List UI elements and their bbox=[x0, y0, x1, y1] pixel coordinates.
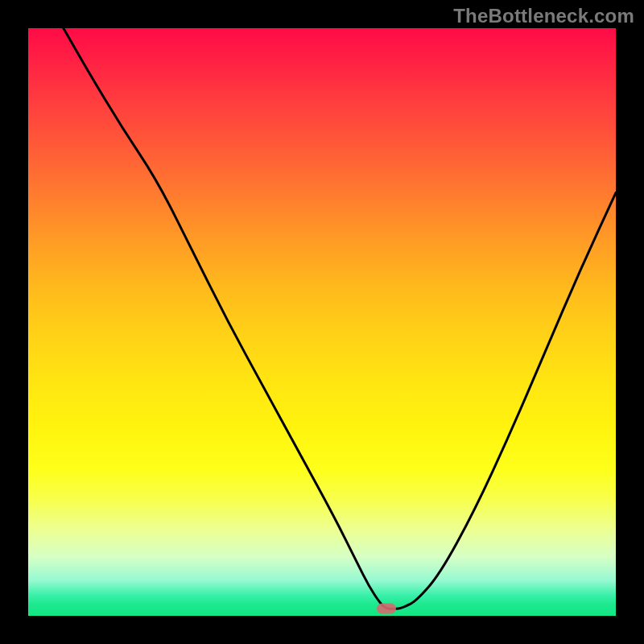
curve-svg bbox=[28, 28, 616, 616]
chart-frame: TheBottleneck.com bbox=[0, 0, 644, 644]
optimum-marker-icon bbox=[377, 604, 396, 614]
watermark-text: TheBottleneck.com bbox=[453, 5, 634, 27]
plot-area bbox=[28, 28, 616, 616]
bottleneck-curve bbox=[64, 28, 616, 609]
